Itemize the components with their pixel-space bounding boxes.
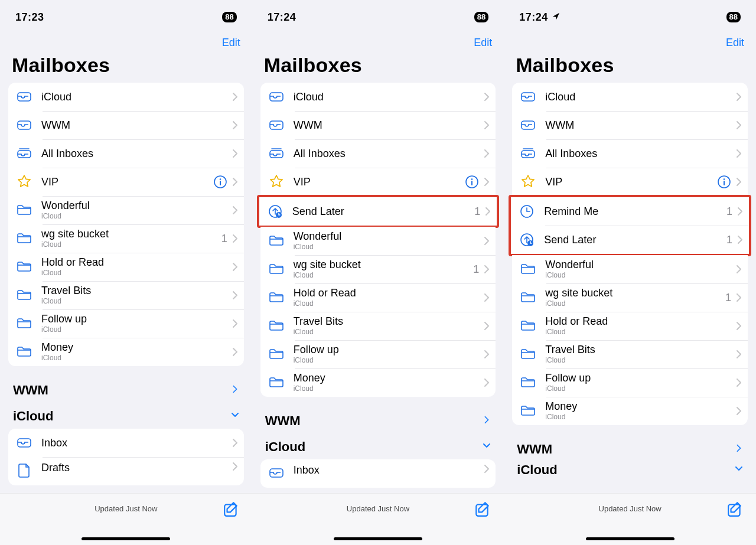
mailbox-row[interactable]: Hold or Read iCloud [8,253,244,281]
compose-button[interactable] [726,501,743,517]
mailbox-row[interactable]: Hold or Read iCloud [260,283,496,312]
mailbox-row[interactable]: iCloud [512,83,748,111]
section-header[interactable]: WWM [8,377,244,403]
section-header[interactable]: iCloud [8,403,244,429]
mailbox-row[interactable]: wg site bucket iCloud 1 [8,224,244,253]
mailbox-row[interactable]: VIP [260,168,496,196]
mailboxes-list[interactable]: iCloud WWM All Inboxes VIP [504,83,756,545]
row-count: 1 [725,292,731,304]
mailbox-row[interactable]: VIP [8,168,244,196]
mailbox-row[interactable]: Money iCloud [512,397,748,425]
folder-icon [268,260,285,278]
mailbox-row[interactable]: WWM [8,111,244,139]
mailbox-row[interactable]: Follow up iCloud [8,309,244,338]
location-icon [552,12,560,22]
mailbox-row[interactable]: Drafts [8,457,244,485]
chevron-right-icon [736,321,742,331]
mailbox-row[interactable]: Inbox [8,429,244,457]
mailbox-row[interactable]: iCloud [8,83,244,111]
mailbox-row[interactable]: Follow up iCloud [512,368,748,397]
row-label: Remind Me [544,205,726,218]
nav-bar: Edit [252,26,504,53]
inbox-icon [268,116,285,134]
row-label: All Inboxes [545,148,736,160]
chevron-right-icon [484,120,490,130]
mailbox-row[interactable]: Travel Bits iCloud [512,340,748,368]
section-header[interactable]: WWM [512,436,748,462]
mailbox-row[interactable]: wg site bucket iCloud 1 [260,255,496,283]
sendlater-icon [518,231,536,249]
info-icon[interactable] [213,175,227,189]
row-label: All Inboxes [41,148,232,160]
chevron-right-icon [231,385,239,396]
info-icon[interactable] [717,175,731,189]
chevron-right-icon [484,321,490,331]
mailbox-row[interactable]: Inbox [260,459,496,488]
mailbox-row[interactable]: wg site bucket iCloud 1 [512,283,748,312]
mailbox-row[interactable]: Remind Me 1 [511,197,749,226]
section-label: iCloud [265,439,305,455]
mailbox-row[interactable]: iCloud [260,83,496,111]
status-text: Updated Just Now [94,504,157,513]
compose-button[interactable] [223,501,239,517]
mailbox-row[interactable]: Send Later 1 [259,197,497,226]
mailboxes-list[interactable]: iCloud WWM All Inboxes VIP [0,83,252,545]
star-icon [268,173,285,191]
mailbox-row[interactable]: Wonderful iCloud [260,227,496,255]
edit-button[interactable]: Edit [222,37,240,49]
mailbox-row[interactable]: All Inboxes [8,139,244,168]
row-sublabel: iCloud [294,328,484,337]
row-sublabel: iCloud [294,357,484,365]
row-label: VIP [41,176,213,188]
chevron-right-icon [232,438,238,448]
mailbox-row[interactable]: WWM [512,111,748,139]
folder-icon [268,289,285,306]
section-header[interactable]: iCloud [260,433,496,459]
edit-button[interactable]: Edit [474,37,492,49]
home-indicator [82,537,170,540]
mailbox-row[interactable]: Hold or Read iCloud [512,312,748,340]
info-icon[interactable] [465,175,479,189]
mailbox-row[interactable]: Travel Bits iCloud [8,281,244,309]
section-header[interactable]: WWM [260,407,496,433]
mailbox-row[interactable]: All Inboxes [512,139,748,168]
chevron-down-icon [231,411,239,422]
inbox-icon [15,88,33,106]
row-label: WWM [545,119,736,132]
mailbox-row[interactable]: Follow up iCloud [260,340,496,368]
chevron-right-icon [484,378,490,387]
mailbox-row[interactable]: Send Later 1 [511,226,749,254]
mailbox-row[interactable]: Wonderful iCloud [512,255,748,283]
mailbox-row[interactable]: Travel Bits iCloud [260,312,496,340]
chevron-down-icon [483,442,491,452]
compose-button[interactable] [474,501,491,517]
mailbox-row[interactable]: Money iCloud [8,338,244,366]
mailbox-row[interactable]: WWM [260,111,496,139]
folder-icon [15,343,33,361]
mailbox-row[interactable]: All Inboxes [260,139,496,168]
phone-screen: 17:24 88 Edit Mailboxes iCloud WWM [504,0,756,545]
mailbox-row[interactable]: Wonderful iCloud [8,196,244,224]
row-sublabel: iCloud [41,241,221,249]
chevron-right-icon [736,149,742,158]
chevron-right-icon [232,462,238,471]
chevron-right-icon [737,207,743,216]
mailbox-row[interactable]: Money iCloud [260,368,496,397]
allinbox-icon [268,145,285,162]
row-label: iCloud [41,91,232,103]
row-sublabel: iCloud [41,298,232,306]
row-label: Travel Bits [545,344,736,356]
row-sublabel: iCloud [545,328,736,337]
row-label: Money [294,372,484,384]
folder-icon [268,374,285,391]
mailbox-row[interactable]: VIP [512,168,748,196]
section-header[interactable]: iCloud [512,462,748,477]
nav-bar: Edit [504,26,756,53]
chevron-right-icon [484,149,490,158]
mailboxes-list[interactable]: iCloud WWM All Inboxes VIP [252,83,504,545]
edit-button[interactable]: Edit [726,37,744,49]
row-label: VIP [545,176,717,188]
row-label: iCloud [545,91,736,103]
folder-icon [519,402,537,420]
folder-icon [15,315,33,332]
